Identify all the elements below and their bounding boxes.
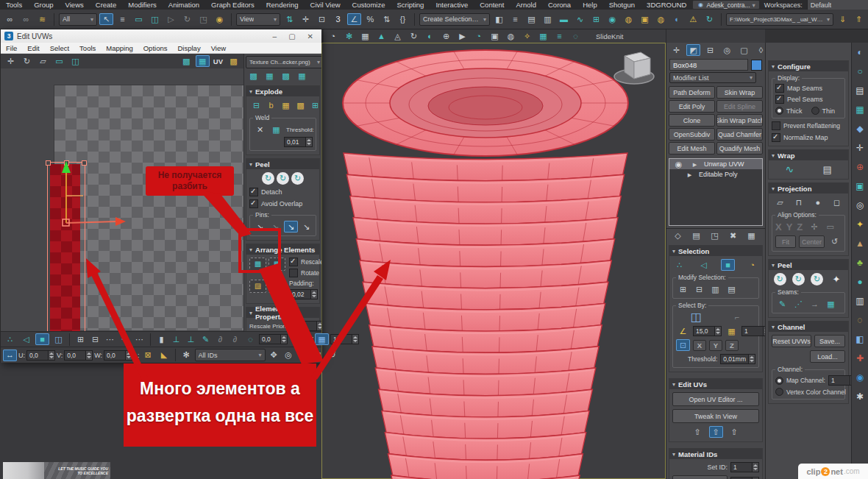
avoid-overlap-checkbox[interactable]	[249, 199, 258, 208]
mirror-icon[interactable]: ◧	[492, 13, 506, 25]
configure-rollout-header[interactable]: Configure	[769, 61, 848, 71]
vertex-color-channel-radio[interactable]	[775, 388, 783, 396]
import-project-icon[interactable]: ⇓	[836, 13, 850, 25]
projection-rollout-header[interactable]: Projection	[769, 183, 848, 194]
manipulator-icon[interactable]: ◉	[213, 13, 227, 25]
script-grid-icon[interactable]: ▦	[854, 104, 867, 116]
select-id-button[interactable]: Select ID	[672, 475, 728, 479]
rendered-frame-icon[interactable]: ▣	[638, 13, 652, 25]
curve-editor-icon[interactable]: ∿	[573, 13, 587, 25]
select-id-spinner[interactable]: 1	[730, 477, 759, 479]
grid-snap-icon[interactable]: ▦	[315, 333, 329, 345]
hierarchy-tab-icon[interactable]: ⊟	[703, 44, 717, 56]
script-axis-icon[interactable]: ⊕	[854, 161, 867, 173]
rescale-elements-icon[interactable]: ▧	[268, 280, 285, 293]
edit-named-selection-sets-icon[interactable]: {}	[396, 13, 410, 25]
signin-account-button[interactable]: ◉ Adesk_contra...▾	[692, 0, 759, 10]
soft-selection-spinner[interactable]: 0,0	[259, 334, 288, 344]
flatten-mapping-icon[interactable]: ▦	[279, 99, 293, 111]
menu-item[interactable]: Rendering	[260, 1, 305, 9]
ring-selection-icon[interactable]: ▥	[708, 283, 722, 295]
rescale-checkbox[interactable]	[289, 258, 298, 266]
axis-z-button[interactable]: Z	[725, 340, 739, 351]
script-dot-icon[interactable]: ◉	[854, 372, 867, 383]
select-and-place-icon[interactable]: ⊡	[315, 13, 329, 25]
unlink-selection-icon[interactable]: ∞	[19, 13, 33, 25]
zoom-icon[interactable]: ◎	[282, 350, 296, 361]
configure-modifier-sets-icon[interactable]: ▦	[744, 230, 758, 241]
menu-item[interactable]: Scripting	[391, 1, 430, 9]
video-overlay-thumbnail[interactable]: LET THE MUSIC GUIDE YOU TO EXCELLENCE	[3, 462, 110, 479]
uvw-menu-item[interactable]: File	[1, 44, 22, 52]
select-by-name-icon[interactable]: ≡	[115, 13, 129, 25]
menu-item[interactable]: Create	[90, 1, 123, 9]
knitted-tower-mesh[interactable]	[321, 43, 666, 479]
modifier-button[interactable]: Edit Poly	[669, 100, 715, 113]
script-circle-icon[interactable]: ○	[854, 65, 867, 77]
menu-item[interactable]: Tools	[0, 1, 28, 9]
save-uvws-button[interactable]: Save...	[814, 335, 845, 347]
material-ids-rollout-header[interactable]: Material IDs	[669, 449, 762, 459]
selection-threshold-spinner[interactable]: 0,01mm	[720, 354, 755, 364]
thin-radio[interactable]	[811, 107, 819, 115]
grow-uv-selection-icon[interactable]: ⊞	[74, 333, 88, 345]
script-sphere-icon[interactable]: ◐	[854, 46, 867, 58]
uvw-space-icon[interactable]: ◣	[157, 350, 171, 361]
script-gem-icon[interactable]: ◆	[854, 123, 867, 135]
container-icon[interactable]: ▣	[488, 30, 502, 42]
modifier-button[interactable]: Quadify Mesh	[716, 142, 763, 155]
physical-camera-icon[interactable]: ⊕	[439, 30, 453, 42]
reset-peel-icon[interactable]: ↻	[811, 273, 823, 285]
straighten-selection-icon[interactable]: ⊥	[169, 333, 183, 345]
minimize-button[interactable]: –	[273, 32, 277, 40]
reset-uvws-button[interactable]: Reset UVWs	[772, 335, 811, 347]
pin-tool-icon[interactable]: ↘	[253, 221, 267, 233]
view-cube[interactable]	[610, 44, 661, 90]
planar-angle-spinner[interactable]: 15,0	[693, 326, 722, 336]
script-cube-icon[interactable]: ◧	[854, 333, 867, 345]
light-bulb-icon[interactable]: ✧	[520, 30, 534, 42]
set-id-spinner[interactable]: 1	[730, 462, 759, 472]
grid-helper-icon[interactable]: ▦	[358, 30, 372, 42]
modifier-button[interactable]: Path Deform	[669, 86, 715, 99]
planar-map-icon[interactable]: ▱	[773, 196, 787, 208]
peel-mode-icon[interactable]: ↻	[792, 273, 805, 285]
percent-snap-toggle-icon[interactable]: %	[363, 13, 377, 25]
tweak-in-view-button[interactable]: Tweak In View	[672, 409, 759, 423]
ignore-backfacing-icon[interactable]: ⋯	[132, 333, 146, 345]
seam-arrow-icon[interactable]: →	[808, 298, 822, 310]
script-drop-icon[interactable]: ●	[854, 276, 867, 288]
script-gear-icon[interactable]: ✱	[854, 391, 867, 402]
align-icon[interactable]: ≡	[508, 13, 522, 25]
lscm-interactive-icon[interactable]: ↻	[291, 172, 304, 185]
stack-row-editable-poly[interactable]: ▸Editable Poly	[669, 169, 762, 180]
unpin-all-icon[interactable]: ↘	[299, 221, 313, 233]
select-by-grid-icon[interactable]: ▦	[725, 325, 739, 337]
select-edge-ring-icon[interactable]: ⋯	[103, 333, 117, 345]
show-map-toggle-icon[interactable]: ▩	[179, 55, 193, 67]
maximize-button[interactable]: ▢	[288, 32, 295, 40]
grow-selection-icon[interactable]: ⊞	[676, 283, 690, 295]
menu-item[interactable]: Group	[28, 1, 59, 9]
menu-item[interactable]: Civil View	[305, 1, 346, 9]
weld-threshold-spinner[interactable]: 0,01	[284, 137, 313, 147]
grid-size-spinner[interactable]: 16	[330, 334, 359, 344]
rotate-checkbox[interactable]	[289, 269, 298, 277]
spinner-snap-toggle-icon[interactable]: ⇅	[380, 13, 394, 25]
quick-peel-icon[interactable]: ↻	[262, 172, 274, 185]
texture-list-dropdown[interactable]: Texture Ch...ecker.png)	[246, 56, 321, 68]
modifier-button[interactable]: Skin Wrap Patch	[716, 114, 763, 127]
zoom-extents-icon[interactable]: ⊠	[311, 350, 325, 361]
modifier-button[interactable]: Quad Chamfer	[716, 128, 763, 141]
material-id-filter-dropdown[interactable]: All IDs	[195, 349, 266, 361]
uv-by-element-icon[interactable]: ◫	[51, 333, 65, 345]
weld-all-icon[interactable]: ▦	[269, 124, 283, 135]
crowd-icon[interactable]: ◔	[472, 30, 485, 42]
perspective-viewport[interactable]	[321, 43, 666, 479]
peel-options-rollout-header[interactable]: Peel	[769, 260, 848, 270]
stack-row-unwrap-uvw[interactable]: ◉▸Unwrap UVW	[669, 159, 762, 169]
paint-falloff-icon[interactable]: ∂	[228, 333, 242, 345]
menu-item[interactable]: Content	[474, 1, 510, 9]
pin-moved-icon[interactable]: ↘	[284, 221, 298, 233]
align-z-button[interactable]: Z	[797, 221, 803, 233]
